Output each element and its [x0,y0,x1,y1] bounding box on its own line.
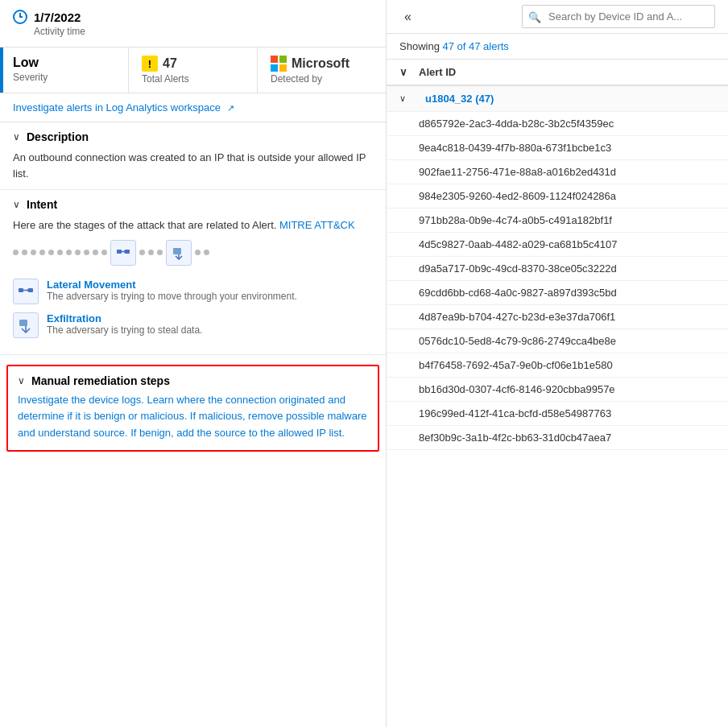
exfiltration-icon [13,312,39,338]
chain-dot [148,250,154,255]
alert-row[interactable]: 69cdd6bb-cd68-4a0c-9827-a897d393c5bd [387,281,728,305]
intent-section: ∨ Intent Here are the stages of the atta… [0,190,386,355]
description-chevron-icon: ∨ [13,131,20,143]
alert-row[interactable]: 971bb28a-0b9e-4c74-a0b5-c491a182bf1f [387,209,728,233]
attack-chain [13,233,373,272]
clock-icon [13,10,27,24]
intent-intro-text: Here are the stages of the attack that a… [13,217,373,233]
right-panel: « 🔍 Showing 47 of 47 alerts ∨ Alert ID ∨… [387,0,728,727]
remediation-highlight-text: Investigate the device logs. Learn where… [18,394,367,440]
activity-time-label: Activity time [13,26,373,37]
group-label: u1804_32 (47) [425,93,715,105]
description-header[interactable]: ∨ Description [13,130,373,143]
exfiltration-chain-icon [166,240,192,266]
alert-row[interactable]: d9a5a717-0b9c-49cd-8370-38ce05c3222d [387,257,728,281]
date-value: 1/7/2022 [34,10,81,24]
alert-row[interactable]: 8ef30b9c-3a1b-4f2c-bb63-31d0cb47aea7 [387,426,728,450]
search-icon: 🔍 [528,10,541,23]
manual-chevron-icon: ∨ [18,375,25,386]
alert-row[interactable]: bb16d30d-0307-4cf6-8146-920cbba9957e [387,378,728,402]
showing-count: Showing 47 of 47 alerts [387,34,728,60]
left-panel: 1/7/2022 Activity time Low Severity ! 47… [0,0,387,727]
chain-dot [66,250,72,255]
lateral-movement-text: Lateral Movement The adversary is trying… [47,279,297,302]
manual-title: Manual remediation steps [31,374,170,387]
chain-dot [31,250,36,255]
chain-dot [157,250,163,255]
svg-rect-4 [173,248,181,254]
exfiltration-desc: The adversary is trying to steal data. [47,324,202,336]
microsoft-logo-icon [271,56,287,72]
lateral-movement-icon [13,279,39,304]
chain-dot [57,250,63,255]
alerts-table: ∨ Alert ID ∨ u1804_32 (47) d865792e-2ac3… [387,60,728,727]
stats-row: Low Severity ! 47 Total Alerts Microsoft… [0,48,386,93]
group-chevron-icon: ∨ [399,93,419,104]
chain-dot [39,250,45,255]
exfiltration-item: Exfiltration The adversary is trying to … [13,312,373,338]
chain-dot [101,250,107,255]
detected-by-label: Detected by [271,73,373,85]
detected-by-value: Microsoft [292,56,350,71]
table-header-row: ∨ Alert ID [387,60,728,86]
top-bar: « 🔍 [387,0,728,34]
svg-rect-0 [117,250,122,254]
severity-cell: Low Severity [0,48,129,93]
header-chevron: ∨ [399,66,419,78]
chain-dot [13,250,19,255]
search-bar: 🔍 [522,5,715,28]
chain-dot [93,250,98,255]
severity-value: Low [13,56,115,70]
external-link-icon: ↗ [227,103,234,114]
exfiltration-title: Exfiltration [47,312,202,324]
chain-dot [84,250,89,255]
alert-id-column-header: Alert ID [419,66,715,78]
total-alerts-label: Total Alerts [142,73,244,85]
chain-dot [75,250,81,255]
alert-row[interactable]: 4d87ea9b-b704-427c-b23d-e3e37da706f1 [387,305,728,329]
alert-row[interactable]: d865792e-2ac3-4dda-b28c-3b2c5f4359ec [387,112,728,136]
description-section: ∨ Description An outbound connection was… [0,122,386,190]
alert-row[interactable]: 9ea4c818-0439-4f7b-880a-673f1bcbe1c3 [387,136,728,160]
total-alerts-value: 47 [163,56,177,71]
chain-dot [204,250,209,255]
remediation-text: Investigate the device logs. Learn where… [18,392,368,442]
intent-title: Intent [27,198,57,211]
lateral-movement-chain-icon [110,240,136,266]
alert-row[interactable]: 0576dc10-5ed8-4c79-9c86-2749cca4be8e [387,329,728,353]
alert-rows-container: d865792e-2ac3-4dda-b28c-3b2c5f4359ec9ea4… [387,112,728,450]
chain-dot [22,250,27,255]
alert-row[interactable]: 196c99ed-412f-41ca-bcfd-d58e54987763 [387,402,728,426]
chain-dot [48,250,54,255]
alert-row[interactable]: b4f76458-7692-45a7-9e0b-cf06e1b1e580 [387,353,728,378]
analytics-link[interactable]: Investigate alerts in Log Analytics work… [13,101,234,114]
alert-warning-icon: ! [142,56,158,72]
date-header: 1/7/2022 Activity time [0,0,386,48]
group-row[interactable]: ∨ u1804_32 (47) [387,86,728,112]
collapse-button[interactable]: « [399,5,416,28]
alert-row[interactable]: 984e2305-9260-4ed2-8609-1124f024286a [387,184,728,209]
description-title: Description [27,130,89,143]
lateral-movement-title: Lateral Movement [47,279,297,291]
lateral-movement-item: Lateral Movement The adversary is trying… [13,279,373,304]
intent-chevron-icon: ∨ [13,199,20,210]
analytics-link-section: Investigate alerts in Log Analytics work… [0,93,386,122]
exfiltration-text: Exfiltration The adversary is trying to … [47,312,202,336]
total-alerts-cell: ! 47 Total Alerts [129,48,258,93]
alert-row[interactable]: 902fae11-2756-471e-88a8-a016b2ed431d [387,160,728,184]
lateral-movement-desc: The adversary is trying to move through … [47,291,297,302]
detected-by-cell: Microsoft Detected by [258,48,386,93]
svg-rect-10 [19,320,27,326]
alert-row[interactable]: 4d5c9827-0aab-4482-a029-ca681b5c4107 [387,233,728,257]
manual-remediation-section: ∨ Manual remediation steps Investigate t… [6,365,379,452]
manual-header[interactable]: ∨ Manual remediation steps [18,374,368,387]
chain-dot [195,250,201,255]
alerts-count-link[interactable]: 47 of 47 alerts [442,40,508,52]
mitre-link[interactable]: MITRE ATT&CK [279,219,355,231]
svg-rect-6 [19,288,23,292]
severity-label: Severity [13,72,115,83]
search-input[interactable] [522,5,715,28]
chain-dot [139,250,145,255]
intent-header[interactable]: ∨ Intent [13,198,373,211]
description-text: An outbound connection was created to an… [13,150,373,181]
